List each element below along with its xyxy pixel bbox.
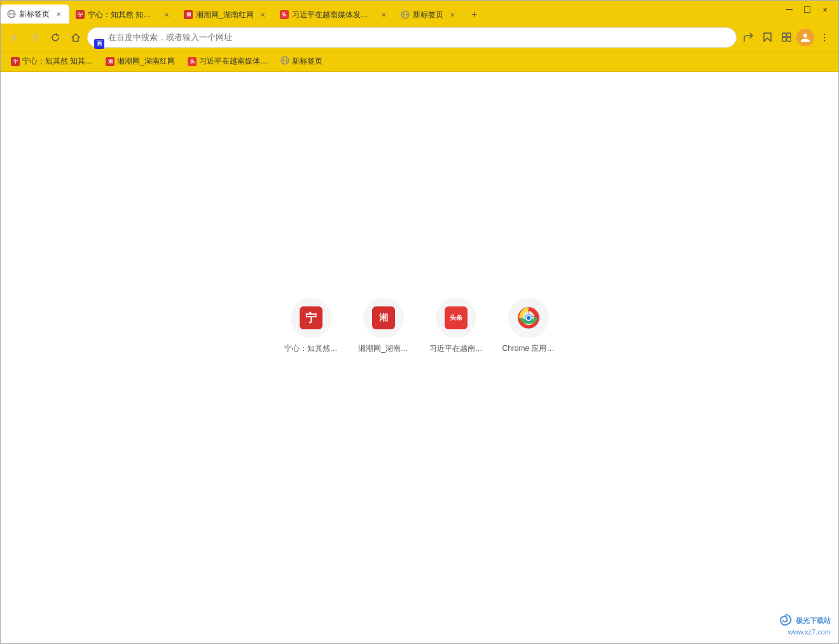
shortcut-icon-inner-3: 头条: [445, 306, 468, 329]
tab-favicon-red2: 湘: [184, 10, 193, 19]
svg-rect-7: [804, 6, 810, 13]
main-content: 宁 宁心：知其然… 湘 湘潮网_湖南… 头条 习近平在越南…: [1, 72, 838, 643]
bookmark-label-2: 湘潮网_湖南红网: [117, 56, 175, 67]
forward-button[interactable]: [26, 29, 44, 46]
home-button[interactable]: [67, 29, 85, 46]
profile-button[interactable]: [796, 29, 814, 46]
shortcut-toutiao[interactable]: 头条 习近平在越南…: [427, 298, 485, 354]
address-input[interactable]: [108, 32, 730, 42]
tab-ningxin[interactable]: 宁 宁心：知其然 知其所以然 ✕: [69, 6, 177, 24]
shortcut-icon-2: 湘: [363, 298, 404, 338]
bookmark-xiangchao[interactable]: 湘 湘潮网_湖南红网: [101, 54, 180, 69]
window-controls: ✕: [776, 1, 838, 18]
back-button[interactable]: [6, 29, 24, 46]
shortcut-xiangchao[interactable]: 湘 湘潮网_湖南…: [355, 298, 412, 354]
extensions-button[interactable]: [777, 29, 795, 46]
svg-point-13: [803, 34, 807, 38]
toolbar: 百: [1, 24, 838, 51]
watermark-logo: 极光下载站: [778, 613, 831, 628]
svg-rect-12: [787, 38, 791, 41]
shortcut-icon-4: [508, 298, 549, 338]
svg-point-27: [527, 316, 530, 320]
tab-favicon-globe2: [401, 10, 410, 19]
tab-newtab-active[interactable]: 新标签页 ✕: [1, 4, 69, 24]
minimize-button[interactable]: [781, 3, 798, 16]
bookmark-label-4: 新标签页: [292, 56, 322, 67]
tab-newtab2[interactable]: 新标签页 ✕: [394, 6, 463, 24]
tab3-label: 湘潮网_湖南红网: [196, 10, 254, 20]
svg-point-14: [824, 33, 825, 34]
close-button[interactable]: ✕: [817, 3, 833, 16]
watermark-url: www.xz7.com: [788, 628, 831, 636]
reload-button[interactable]: [46, 29, 64, 46]
shortcut-label-3: 习近平在越南…: [429, 343, 483, 354]
bookmark-xijinping[interactable]: 头 习近平在越南媒体…: [183, 54, 273, 69]
menu-button[interactable]: [815, 29, 833, 46]
shortcut-icon-inner-2: 湘: [372, 306, 395, 329]
tab2-label: 宁心：知其然 知其所以然: [88, 10, 158, 20]
tab1-label: 新标签页: [19, 9, 50, 20]
svg-rect-6: [786, 9, 793, 10]
bookmark-favicon-4: [281, 56, 289, 67]
tab-favicon-globe1: [7, 10, 16, 18]
tabs-area: 新标签页 ✕ 宁 宁心：知其然 知其所以然 ✕ 湘 湘潮网_湖南红网 ✕: [1, 1, 838, 24]
svg-marker-8: [764, 33, 771, 41]
address-bar[interactable]: 百: [87, 27, 737, 48]
new-tab-button[interactable]: +: [466, 6, 483, 24]
chrome-logo: [517, 306, 540, 329]
tab-favicon-red1: 宁: [76, 10, 85, 19]
title-bar: 新标签页 ✕ 宁 宁心：知其然 知其所以然 ✕ 湘 湘潮网_湖南红网 ✕: [1, 1, 838, 24]
watermark-icon: [778, 613, 793, 628]
watermark: 极光下载站 www.xz7.com: [778, 613, 831, 636]
tab-favicon-toutiao1: 头: [280, 10, 289, 19]
tab3-close[interactable]: ✕: [258, 10, 267, 19]
bookmark-newtab[interactable]: 新标签页: [275, 54, 328, 69]
shortcut-label-4: Chrome 应用…: [502, 343, 554, 354]
svg-point-15: [824, 36, 825, 38]
shortcut-icon-3: 头条: [436, 298, 476, 338]
tab4-label: 习近平在越南媒体发表署…: [292, 10, 375, 20]
bookmark-ningxin[interactable]: 宁 宁心：知其然 知其…: [6, 54, 98, 69]
svg-rect-10: [787, 33, 791, 37]
address-favicon: 百: [94, 26, 104, 49]
maximize-button[interactable]: [799, 3, 815, 16]
shortcut-label-2: 湘潮网_湖南…: [358, 343, 408, 354]
bookmark-favicon-3: 头: [188, 57, 197, 66]
tab1-close[interactable]: ✕: [54, 10, 63, 18]
shortcut-label-1: 宁心：知其然…: [284, 343, 338, 354]
bookmarks-bar: 宁 宁心：知其然 知其… 湘 湘潮网_湖南红网 头 习近平在越南媒体… 新标签页: [1, 51, 838, 72]
tab2-close[interactable]: ✕: [162, 10, 171, 19]
tab-xiangchao[interactable]: 湘 湘潮网_湖南红网 ✕: [177, 6, 274, 24]
shortcut-chrome[interactable]: Chrome 应用…: [500, 298, 557, 354]
bookmark-label-3: 习近平在越南媒体…: [199, 56, 268, 67]
shortcut-icon-inner-1: 宁: [300, 306, 322, 329]
tab5-label: 新标签页: [413, 10, 443, 20]
tab4-close[interactable]: ✕: [379, 10, 388, 19]
watermark-brand: 极光下载站: [796, 616, 831, 626]
svg-rect-9: [782, 33, 786, 37]
svg-point-16: [824, 39, 825, 41]
bookmark-label-1: 宁心：知其然 知其…: [22, 56, 93, 67]
tab5-close[interactable]: ✕: [448, 10, 457, 19]
share-button[interactable]: [739, 29, 757, 46]
new-tab-page: 宁 宁心：知其然… 湘 湘潮网_湖南… 头条 习近平在越南…: [1, 72, 838, 643]
shortcut-ningxin[interactable]: 宁 宁心：知其然…: [282, 298, 340, 354]
svg-rect-11: [782, 38, 786, 41]
bookmark-favicon-2: 湘: [106, 57, 114, 66]
toolbar-right: [739, 29, 833, 46]
shortcut-icon-1: 宁: [291, 298, 331, 338]
tab-xijinping[interactable]: 头 习近平在越南媒体发表署… ✕: [274, 6, 394, 24]
bookmark-button[interactable]: [758, 29, 776, 46]
bookmark-favicon-1: 宁: [11, 57, 20, 66]
shortcuts-grid: 宁 宁心：知其然… 湘 湘潮网_湖南… 头条 习近平在越南…: [282, 298, 557, 354]
